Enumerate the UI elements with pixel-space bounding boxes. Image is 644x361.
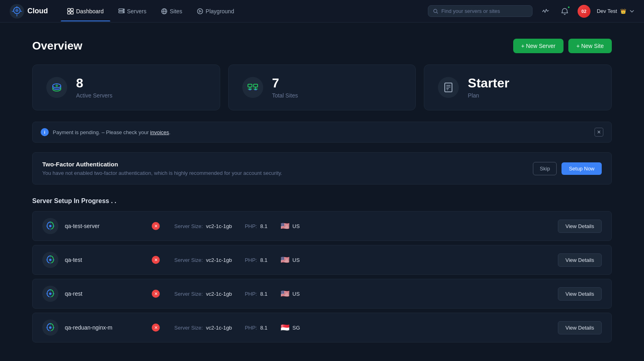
sites-icon — [161, 8, 167, 15]
nav-item-playground[interactable]: Playground — [190, 5, 241, 18]
region-text: US — [293, 223, 300, 229]
server-row: qa-rest ✕ Server Size: vc2-1c-1gb PHP: 8… — [32, 279, 612, 309]
php-value: 8.1 — [260, 325, 267, 331]
view-details-button[interactable]: View Details — [558, 253, 602, 267]
skip-button[interactable]: Skip — [533, 162, 557, 175]
region-group: 🇺🇸 US — [281, 255, 300, 264]
region-group: 🇺🇸 US — [281, 222, 300, 230]
stat-card-sites: 7 Total Sites — [228, 64, 416, 110]
stat-card-plan: $ Starter Plan — [424, 64, 612, 110]
svg-rect-1 — [68, 8, 70, 11]
server-name: qa-test — [65, 257, 145, 263]
view-details-button[interactable]: View Details — [558, 321, 602, 334]
user-info[interactable]: Dev Test 👑 — [597, 8, 634, 14]
activity-icon-btn[interactable] — [539, 5, 552, 18]
notification-btn[interactable] — [558, 5, 571, 18]
setup-now-button[interactable]: Setup Now — [561, 162, 602, 175]
dashboard-icon — [67, 8, 74, 15]
size-value: vc2-1c-1gb — [206, 291, 232, 297]
php-label: PHP: — [245, 257, 257, 263]
size-value: vc2-1c-1gb — [206, 325, 232, 331]
info-banner: i Payment is pending. – Please check you… — [32, 122, 612, 143]
php-group: PHP: 8.1 — [245, 325, 267, 331]
playground-icon — [197, 8, 203, 15]
banner-close-button[interactable]: ✕ — [594, 128, 603, 137]
server-meta: Server Size: vc2-1c-1gb PHP: 8.1 🇺🇸 US — [174, 222, 551, 230]
notification-icon — [561, 8, 568, 15]
svg-point-7 — [123, 9, 124, 10]
svg-rect-4 — [71, 12, 73, 14]
nav-item-servers[interactable]: Servers — [112, 5, 153, 18]
sites-stat-number: 7 — [272, 76, 298, 90]
activity-icon — [542, 8, 549, 15]
nav-menu: Dashboard Servers Sites — [61, 5, 428, 18]
svg-rect-3 — [68, 12, 70, 14]
size-label: Server Size: — [174, 325, 203, 331]
plan-stat-info: Starter Plan — [468, 76, 509, 98]
user-name: Dev Test — [597, 8, 617, 14]
region-group: 🇺🇸 US — [281, 289, 300, 298]
logo-text: Cloud — [27, 7, 48, 15]
page-title: Overview — [32, 39, 83, 52]
flag-icon: 🇺🇸 — [281, 222, 289, 230]
plan-stat-icon: $ — [437, 76, 460, 99]
svg-point-12 — [433, 9, 437, 12]
overview-header: Overview + New Server + New Site — [32, 39, 612, 53]
server-setup-section: Server Setup In Progress . . qa-test-ser… — [32, 197, 612, 346]
php-value: 8.1 — [260, 291, 267, 297]
servers-stat-label: Active Servers — [76, 92, 112, 99]
banner-text-prefix: Payment is pending. – Please check your — [53, 129, 150, 135]
view-details-button[interactable]: View Details — [558, 287, 602, 301]
server-logo-icon — [42, 286, 58, 302]
server-name: qa-rest — [65, 290, 145, 297]
new-server-button[interactable]: + New Server — [513, 39, 564, 53]
region-text: US — [293, 257, 300, 263]
header-buttons: + New Server + New Site — [513, 39, 612, 53]
tfa-info: Two-Factor Authentication You have not e… — [42, 161, 282, 176]
servers-icon — [118, 8, 125, 15]
region-text: US — [293, 291, 300, 297]
search-bar[interactable] — [428, 5, 533, 17]
size-value: vc2-1c-1gb — [206, 257, 232, 263]
server-row: qa-reduan-nginx-m ✕ Server Size: vc2-1c-… — [32, 313, 612, 342]
main-content: Overview + New Server + New Site 8 Activ… — [0, 23, 644, 361]
info-banner-left: i Payment is pending. – Please check you… — [41, 128, 171, 136]
server-name: qa-reduan-nginx-m — [65, 324, 145, 331]
chevron-down-icon — [630, 9, 634, 14]
svg-point-19 — [438, 77, 459, 98]
server-status-error: ✕ — [152, 290, 160, 298]
tfa-section: Two-Factor Authentication You have not e… — [32, 152, 612, 185]
region-group: 🇸🇬 SG — [281, 323, 300, 332]
svg-point-16 — [242, 77, 263, 98]
server-size-group: Server Size: vc2-1c-1gb — [174, 291, 232, 297]
navbar-right: 02 Dev Test 👑 — [428, 5, 634, 18]
size-label: Server Size: — [174, 291, 203, 297]
server-logo-icon — [42, 218, 58, 234]
php-label: PHP: — [245, 325, 257, 331]
nav-label-servers: Servers — [127, 8, 147, 15]
servers-stat-number: 8 — [76, 76, 112, 90]
servers-stat-icon — [45, 76, 68, 99]
view-details-button[interactable]: View Details — [558, 220, 602, 233]
flag-icon: 🇸🇬 — [281, 323, 289, 332]
region-text: SG — [293, 325, 300, 331]
server-list: qa-test-server ✕ Server Size: vc2-1c-1gb… — [32, 211, 612, 346]
flag-icon: 🇺🇸 — [281, 255, 289, 264]
tfa-buttons: Skip Setup Now — [533, 162, 602, 175]
php-label: PHP: — [245, 223, 257, 229]
new-site-button[interactable]: + New Site — [568, 39, 612, 53]
server-row: qa-test-server ✕ Server Size: vc2-1c-1gb… — [32, 211, 612, 241]
size-value: vc2-1c-1gb — [206, 223, 232, 229]
invoices-link[interactable]: invoices — [150, 129, 169, 135]
nav-label-sites: Sites — [170, 8, 182, 15]
size-label: Server Size: — [174, 257, 203, 263]
size-label: Server Size: — [174, 223, 203, 229]
nav-item-sites[interactable]: Sites — [155, 5, 189, 18]
user-crown: 👑 — [620, 8, 626, 14]
search-input[interactable] — [441, 8, 527, 14]
user-avatar[interactable]: 02 — [578, 5, 590, 18]
nav-item-dashboard[interactable]: Dashboard — [61, 5, 110, 18]
logo[interactable]: Cloud — [10, 4, 48, 19]
server-meta: Server Size: vc2-1c-1gb PHP: 8.1 🇺🇸 US — [174, 289, 551, 298]
svg-text:$: $ — [447, 88, 448, 91]
